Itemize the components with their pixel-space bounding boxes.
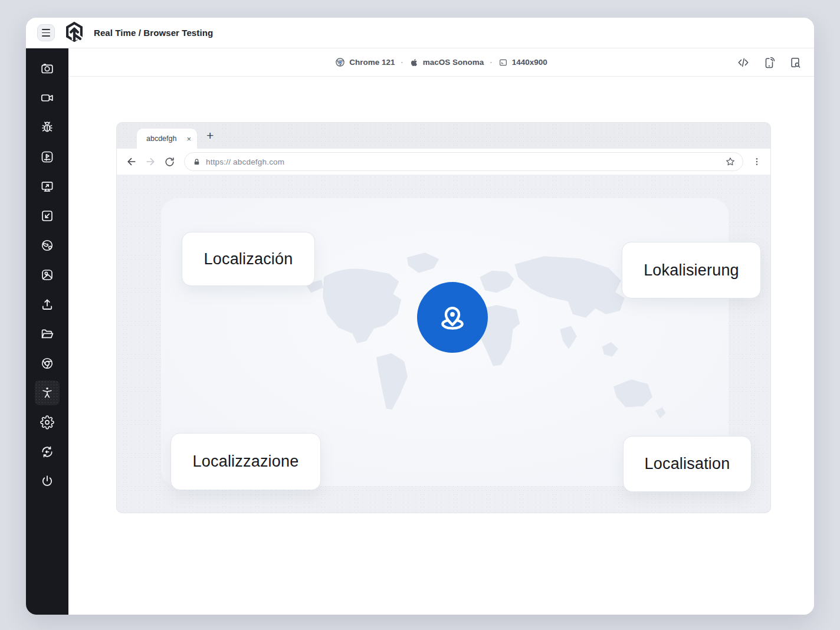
kebab-menu-icon xyxy=(752,157,762,166)
reload-icon xyxy=(164,156,175,168)
device-wifi-icon xyxy=(763,56,776,69)
resolution-icon xyxy=(498,58,508,67)
tab-title: abcdefgh xyxy=(146,134,176,143)
sidebar-item-geolocation[interactable] xyxy=(35,231,60,260)
resolution-label: 1440x900 xyxy=(512,58,547,67)
code-editor-button[interactable] xyxy=(736,55,750,70)
location-pin-icon xyxy=(434,298,471,336)
language-card-german: Lokalisierung xyxy=(622,242,761,298)
upload-icon xyxy=(40,297,54,311)
separator-dot: · xyxy=(401,58,403,67)
lock-icon xyxy=(193,158,201,166)
page-title: Real Time / Browser Testing xyxy=(94,28,213,38)
power-icon xyxy=(40,474,54,488)
accessibility-icon xyxy=(40,386,54,400)
sidebar-item-report-bug[interactable] xyxy=(35,113,60,142)
apple-icon xyxy=(409,58,419,67)
sidebar xyxy=(26,48,68,615)
sidebar-item-screenshot[interactable] xyxy=(35,54,60,83)
app-header: Real Time / Browser Testing xyxy=(26,18,814,48)
hamburger-menu-button[interactable] xyxy=(37,24,55,41)
code-icon xyxy=(737,56,750,69)
globe-icon xyxy=(40,238,54,252)
sidebar-item-project-files[interactable] xyxy=(35,319,60,349)
address-bar[interactable]: https:// abcdefgh.com xyxy=(184,152,743,171)
browser-mockup: abcdefgh × + xyxy=(116,122,771,513)
map-pin-image-icon xyxy=(40,268,54,282)
forward-button[interactable] xyxy=(143,154,158,169)
gear-icon xyxy=(40,415,54,429)
device-connect-button[interactable] xyxy=(762,55,776,70)
card-label: Localización xyxy=(204,250,293,268)
sidebar-item-end-session[interactable] xyxy=(35,467,60,496)
browser-menu-button[interactable] xyxy=(752,157,762,166)
os-label: macOS Sonoma xyxy=(423,58,484,67)
sidebar-item-switch-session[interactable] xyxy=(35,437,60,467)
sidebar-item-record-video[interactable] xyxy=(35,83,60,113)
chrome-icon xyxy=(40,356,54,370)
inspect-document-icon xyxy=(789,56,802,69)
video-player-icon xyxy=(40,150,54,164)
session-toolbar: Chrome 121 · macOS Sonoma · xyxy=(68,48,814,77)
card-label: Localisation xyxy=(645,455,730,473)
app-window: Real Time / Browser Testing xyxy=(26,18,814,615)
page-content: Localización Lokalisierung Localizzazion… xyxy=(117,175,770,513)
language-card-french: Localisation xyxy=(623,436,752,492)
sidebar-item-screen-share[interactable] xyxy=(35,172,60,201)
inspect-page-button[interactable] xyxy=(788,55,802,70)
browser-label: Chrome 121 xyxy=(349,58,395,67)
chrome-small-icon xyxy=(335,57,345,67)
language-card-italian: Localizzazione xyxy=(170,433,321,490)
browser-tab[interactable]: abcdefgh × xyxy=(137,129,197,149)
new-tab-button[interactable]: + xyxy=(206,129,214,143)
resolution-chip: 1440x900 xyxy=(498,58,547,67)
forward-arrow-icon xyxy=(145,156,156,168)
browser-nav-bar: https:// abcdefgh.com xyxy=(117,149,770,175)
card-label: Localizzazione xyxy=(193,452,299,471)
url-text: https:// abcdefgh.com xyxy=(206,158,720,166)
resize-window-icon xyxy=(40,209,54,223)
reload-button[interactable] xyxy=(162,154,177,169)
video-camera-icon xyxy=(40,91,54,105)
sidebar-item-media-player[interactable] xyxy=(35,142,60,172)
sidebar-item-settings[interactable] xyxy=(35,408,60,437)
separator-dot: · xyxy=(490,58,492,67)
tab-strip: abcdefgh × + xyxy=(117,123,770,149)
back-arrow-icon xyxy=(126,156,137,168)
monitor-share-icon xyxy=(40,179,54,193)
os-chip: macOS Sonoma xyxy=(409,58,484,67)
session-viewport: abcdefgh × + xyxy=(68,77,814,615)
app-logo-icon xyxy=(63,21,86,45)
sidebar-item-accessibility[interactable] xyxy=(35,380,60,405)
folder-icon xyxy=(40,327,54,341)
sidebar-item-browser-profile[interactable] xyxy=(35,349,60,378)
bug-icon xyxy=(40,120,54,134)
geolocation-pin-badge xyxy=(417,282,488,353)
browser-chip: Chrome 121 xyxy=(335,57,395,67)
back-button[interactable] xyxy=(124,154,139,169)
language-card-spanish: Localización xyxy=(182,232,315,286)
sidebar-item-resize-window[interactable] xyxy=(35,201,60,231)
bookmark-star-icon[interactable] xyxy=(725,156,736,167)
sync-icon xyxy=(40,445,54,459)
sidebar-item-location-map[interactable] xyxy=(35,260,60,290)
tab-close-icon[interactable]: × xyxy=(186,135,191,143)
camera-icon xyxy=(40,61,54,76)
sidebar-item-upload-files[interactable] xyxy=(35,290,60,319)
card-label: Lokalisierung xyxy=(644,261,739,280)
